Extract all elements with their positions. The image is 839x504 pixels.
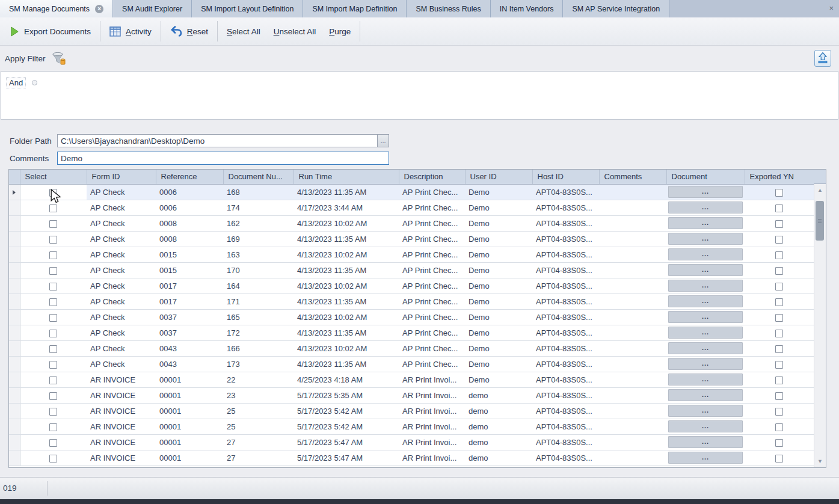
select-checkbox[interactable]: [49, 189, 57, 197]
document-ellipsis-button[interactable]: ...: [668, 452, 743, 464]
tab-close-icon[interactable]: ×: [95, 5, 103, 13]
filter-funnel-icon[interactable]: [52, 52, 66, 66]
exported-checkbox[interactable]: [775, 423, 783, 431]
tab-sm-manage-documents[interactable]: SM Manage Documents×: [0, 0, 113, 17]
exported-checkbox[interactable]: [775, 408, 783, 416]
unselect-all-button[interactable]: Unselect All: [267, 23, 323, 40]
comments-input[interactable]: [57, 152, 389, 165]
exported-checkbox[interactable]: [775, 220, 783, 228]
document-ellipsis-button[interactable]: ...: [668, 311, 743, 323]
form-id-cell: AP Check: [87, 200, 156, 215]
row-indicator-cell: [9, 184, 20, 200]
exported-checkbox[interactable]: [775, 298, 783, 306]
reset-button[interactable]: Reset: [164, 22, 215, 40]
exported-checkbox[interactable]: [775, 439, 783, 447]
select-cell: [20, 356, 87, 372]
document-ellipsis-button[interactable]: ...: [668, 264, 743, 276]
tab-sm-business-rules[interactable]: SM Business Rules: [407, 0, 490, 17]
scrollbar-down-icon[interactable]: ▼: [814, 457, 826, 466]
select-checkbox[interactable]: [49, 423, 57, 431]
exported-checkbox[interactable]: [775, 267, 783, 275]
column-header-document[interactable]: Document: [666, 170, 745, 184]
select-checkbox[interactable]: [49, 376, 57, 384]
column-header-select[interactable]: Select: [20, 170, 87, 184]
select-checkbox[interactable]: [49, 330, 57, 337]
select-checkbox[interactable]: [49, 392, 57, 400]
exported-checkbox[interactable]: [775, 189, 783, 197]
document-number-cell: 25: [223, 419, 293, 434]
document-ellipsis-button[interactable]: ...: [668, 405, 743, 417]
column-header-run-time[interactable]: Run Time: [293, 170, 399, 184]
tab-sm-audit-explorer[interactable]: SM Audit Explorer: [113, 0, 192, 17]
tab-in-item-vendors[interactable]: IN Item Vendors: [491, 0, 564, 17]
select-checkbox[interactable]: [49, 283, 57, 290]
exported-checkbox[interactable]: [775, 204, 783, 212]
form-id-cell: AR INVOICE: [87, 372, 156, 387]
document-ellipsis-button[interactable]: ...: [668, 327, 743, 339]
tab-sm-import-layout-definition[interactable]: SM Import Layout Definition: [192, 0, 303, 17]
select-checkbox[interactable]: [49, 439, 57, 447]
document-ellipsis-button[interactable]: ...: [668, 389, 743, 401]
column-header-reference[interactable]: Reference: [156, 170, 223, 184]
document-ellipsis-button[interactable]: ...: [668, 436, 743, 448]
filter-condition-and[interactable]: And: [6, 77, 26, 88]
exported-checkbox[interactable]: [775, 392, 783, 400]
column-header-comments[interactable]: Comments: [599, 170, 666, 184]
select-all-button[interactable]: Select All: [220, 23, 267, 40]
column-header-host-id[interactable]: Host ID: [532, 170, 599, 184]
column-header-description[interactable]: Description: [399, 170, 465, 184]
select-checkbox[interactable]: [49, 298, 57, 306]
export-documents-button[interactable]: Export Documents: [4, 23, 97, 40]
document-ellipsis-button[interactable]: ...: [668, 201, 743, 214]
select-checkbox[interactable]: [49, 236, 57, 244]
document-ellipsis-button[interactable]: ...: [668, 295, 743, 307]
purge-button[interactable]: Purge: [322, 23, 357, 40]
column-header-document-nu[interactable]: Document Nu...: [223, 170, 293, 184]
document-ellipsis-button[interactable]: ...: [668, 186, 743, 198]
exported-checkbox[interactable]: [775, 283, 783, 290]
vertical-scrollbar[interactable]: ▲ ▼: [814, 184, 826, 467]
document-ellipsis-button[interactable]: ...: [668, 420, 743, 432]
row-indicator-cell: [9, 356, 20, 372]
folder-path-input[interactable]: [57, 134, 378, 147]
tab-sm-import-map-definition[interactable]: SM Import Map Definition: [303, 0, 407, 17]
select-checkbox[interactable]: [49, 408, 57, 416]
select-checkbox[interactable]: [49, 345, 57, 353]
tab-sm-ap-service-integration[interactable]: SM AP Service Integration: [563, 0, 669, 17]
exported-checkbox[interactable]: [775, 455, 783, 463]
exported-checkbox[interactable]: [775, 361, 783, 369]
comments-cell: [599, 325, 666, 340]
scrollbar-up-icon[interactable]: ▲: [814, 186, 826, 194]
column-header-user-id[interactable]: User ID: [465, 170, 532, 184]
window-close-icon[interactable]: ×: [829, 4, 834, 12]
activity-button[interactable]: Activity: [103, 23, 158, 40]
document-ellipsis-button[interactable]: ...: [668, 342, 743, 354]
exported-checkbox[interactable]: [775, 345, 783, 353]
document-ellipsis-button[interactable]: ...: [668, 280, 743, 292]
exported-checkbox[interactable]: [775, 330, 783, 337]
scrollbar-thumb[interactable]: [816, 201, 824, 241]
select-checkbox[interactable]: [49, 251, 57, 259]
document-ellipsis-button[interactable]: ...: [668, 233, 743, 245]
document-ellipsis-button[interactable]: ...: [668, 373, 743, 386]
document-ellipsis-button[interactable]: ...: [668, 217, 743, 229]
select-checkbox[interactable]: [49, 204, 57, 212]
select-checkbox[interactable]: [49, 361, 57, 369]
exported-checkbox[interactable]: [775, 376, 783, 384]
document-ellipsis-button[interactable]: ...: [668, 248, 743, 260]
table-row: AP Check00171714/13/2023 11:35 AMAP Prin…: [9, 293, 814, 309]
browse-ellipsis-button[interactable]: ...: [378, 134, 389, 147]
export-up-button[interactable]: [814, 50, 831, 67]
select-checkbox[interactable]: [49, 267, 57, 275]
select-checkbox[interactable]: [49, 220, 57, 228]
column-header-exported-yn[interactable]: Exported YN: [745, 170, 814, 184]
add-condition-icon[interactable]: [32, 80, 37, 85]
select-checkbox[interactable]: [49, 314, 57, 322]
exported-checkbox[interactable]: [775, 314, 783, 322]
exported-checkbox[interactable]: [775, 236, 783, 244]
table-icon: [109, 26, 121, 37]
exported-checkbox[interactable]: [775, 251, 783, 259]
document-ellipsis-button[interactable]: ...: [668, 358, 743, 370]
select-checkbox[interactable]: [49, 455, 57, 463]
column-header-form-id[interactable]: Form ID: [87, 170, 156, 184]
